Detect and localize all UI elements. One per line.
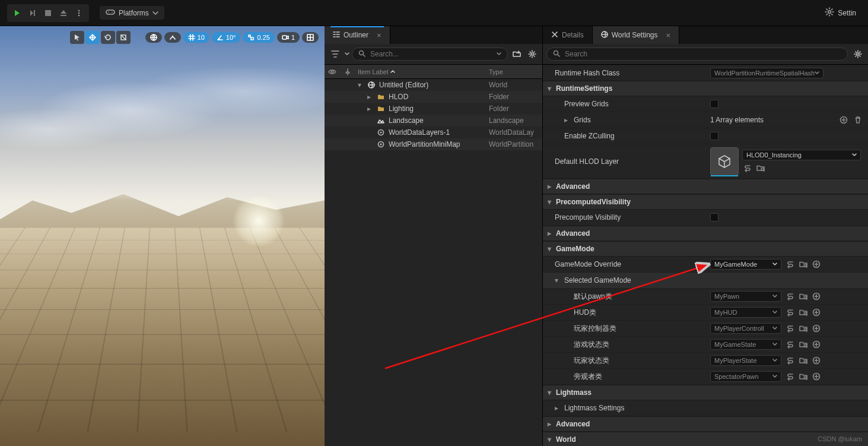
category-advanced-2[interactable]: ▸Advanced — [543, 226, 868, 241]
new-asset-button[interactable] — [811, 323, 822, 334]
chevron-down-icon[interactable] — [345, 50, 349, 58]
expand-arrow-icon[interactable]: ▾ — [358, 81, 364, 89]
prop-selected-gamemode[interactable]: ▾Selected GameMode — [543, 273, 868, 289]
close-icon[interactable]: × — [666, 31, 671, 40]
gamemode-class-dropdown[interactable]: MyPlayerControll — [710, 323, 781, 334]
new-asset-button[interactable] — [811, 291, 822, 302]
browse-asset-button[interactable] — [798, 291, 809, 302]
gamemode-override-dropdown[interactable]: MyGameMode — [710, 259, 781, 270]
category-advanced-1[interactable]: ▸Advanced — [543, 179, 868, 194]
gamemode-class-dropdown[interactable]: MyHUD — [710, 307, 781, 318]
preview-grids-checkbox[interactable] — [710, 100, 718, 108]
outliner-row[interactable]: WorldPartitionMiniMapWorldPartition — [325, 138, 542, 150]
use-selected-button[interactable] — [785, 339, 796, 350]
prop-lightmass-settings[interactable]: ▸Lightmass Settings — [543, 400, 868, 416]
create-folder-button[interactable] — [510, 48, 523, 61]
use-selected-button[interactable] — [785, 371, 796, 382]
array-add-button[interactable] — [838, 115, 849, 125]
use-selected-button[interactable] — [785, 323, 796, 334]
outliner-row[interactable]: LandscapeLandscape — [325, 115, 542, 126]
type-column[interactable]: Type — [489, 68, 542, 75]
step-button[interactable] — [26, 7, 39, 20]
pin-column[interactable] — [340, 68, 355, 75]
use-selected-button[interactable] — [785, 291, 796, 302]
enable-zculling-checkbox[interactable] — [710, 132, 718, 140]
category-advanced-3[interactable]: ▸Advanced — [543, 416, 868, 432]
outliner-search-input[interactable] — [369, 49, 493, 59]
browse-asset-button[interactable] — [798, 355, 809, 366]
browse-asset-button[interactable] — [755, 163, 766, 173]
browse-asset-button[interactable] — [798, 259, 809, 270]
outliner-row[interactable]: ▾Untitled (Editor)World — [325, 79, 542, 91]
eject-button[interactable] — [57, 7, 70, 20]
expand-arrow-icon[interactable]: ▸ — [564, 116, 570, 124]
scale-tool-button[interactable] — [116, 31, 131, 44]
outliner-row[interactable]: WorldDataLayers-1WorldDataLay — [325, 126, 542, 138]
translate-tool-button[interactable] — [85, 31, 100, 44]
category-gamemode[interactable]: ▾GameMode — [543, 241, 868, 257]
gamemode-class-dropdown[interactable]: MyPawn — [710, 291, 781, 302]
camera-speed-toggle[interactable]: 1 — [277, 32, 300, 43]
use-selected-button[interactable] — [785, 307, 796, 318]
browse-asset-button[interactable] — [798, 307, 809, 318]
outliner-filter-button[interactable] — [328, 48, 342, 61]
platforms-dropdown[interactable]: Platforms — [100, 6, 164, 20]
browse-asset-button[interactable] — [798, 339, 809, 350]
outliner-row-type: Folder — [489, 93, 542, 101]
tab-details[interactable]: Details — [543, 26, 593, 44]
angle-snap-toggle[interactable]: 10° — [212, 32, 241, 43]
grid-snap-toggle[interactable]: 10 — [183, 32, 209, 43]
new-asset-button[interactable] — [811, 339, 822, 350]
category-precomputed-visibility[interactable]: ▾PrecomputedVisibility — [543, 194, 868, 210]
surface-snap-toggle[interactable] — [164, 32, 181, 43]
level-viewport[interactable]: 10 10° 0.25 1 — [0, 26, 325, 446]
use-selected-button[interactable] — [742, 163, 753, 173]
outliner-row[interactable]: ▸LightingFolder — [325, 103, 542, 115]
outliner-settings-button[interactable] — [526, 48, 539, 61]
category-lightmass[interactable]: ▾Lightmass — [543, 385, 868, 400]
new-asset-button[interactable] — [811, 259, 822, 270]
item-label-column[interactable]: Item Label — [355, 68, 489, 75]
tab-world-settings[interactable]: World Settings × — [593, 26, 679, 44]
category-runtime-settings[interactable]: ▾RuntimeSettings — [543, 81, 868, 96]
browse-asset-button[interactable] — [798, 323, 809, 334]
new-asset-button[interactable] — [811, 371, 822, 382]
outliner-row[interactable]: ▸HLODFolder — [325, 91, 542, 103]
scale-snap-toggle[interactable]: 0.25 — [243, 32, 274, 43]
gamemode-class-dropdown[interactable]: MyGameState — [710, 339, 781, 350]
expand-arrow-icon[interactable]: ▸ — [367, 93, 373, 101]
expand-arrow-icon[interactable]: ▸ — [367, 105, 373, 113]
hlod-asset-dropdown[interactable]: HLOD0_Instancing — [742, 150, 861, 160]
play-button[interactable] — [11, 7, 24, 20]
world-settings-gear-button[interactable] — [851, 48, 864, 61]
world-settings-body[interactable]: Runtime Hash Class WorldPartitionRuntime… — [543, 65, 868, 446]
gamemode-class-dropdown[interactable]: MyPlayerState — [710, 355, 781, 366]
stop-button[interactable] — [42, 7, 55, 20]
browse-asset-button[interactable] — [798, 371, 809, 382]
chevron-down-icon[interactable] — [497, 50, 501, 58]
outliner-tree[interactable]: ▾Untitled (Editor)World▸HLODFolder▸Light… — [325, 79, 542, 446]
rotate-tool-button[interactable] — [101, 31, 115, 44]
new-asset-button[interactable] — [811, 307, 822, 318]
gamemode-class-dropdown[interactable]: SpectatorPawn — [710, 371, 781, 382]
viewport-layout-button[interactable] — [302, 32, 319, 43]
hlod-asset-thumbnail[interactable] — [710, 147, 739, 176]
select-tool-button[interactable] — [70, 31, 84, 44]
world-settings-search-input[interactable] — [564, 49, 841, 59]
use-selected-button[interactable] — [785, 355, 796, 366]
new-asset-button[interactable] — [811, 355, 822, 366]
tab-outliner[interactable]: Outliner × — [325, 26, 390, 44]
runtime-hash-dropdown[interactable]: WorldPartitionRuntimeSpatialHash — [710, 68, 824, 78]
prop-preview-grids: Preview Grids — [543, 96, 868, 112]
svg-point-8 — [112, 12, 113, 13]
play-options-menu[interactable] — [72, 7, 85, 20]
outliner-search[interactable] — [352, 48, 508, 61]
visibility-column[interactable] — [325, 69, 340, 75]
close-icon[interactable]: × — [377, 31, 381, 40]
array-clear-button[interactable] — [853, 115, 863, 125]
world-local-toggle[interactable] — [145, 32, 162, 43]
world-settings-search[interactable] — [546, 48, 848, 61]
use-selected-button[interactable] — [785, 259, 796, 270]
settings-button[interactable]: Settin — [820, 5, 861, 21]
precompute-visibility-checkbox[interactable] — [710, 213, 718, 222]
